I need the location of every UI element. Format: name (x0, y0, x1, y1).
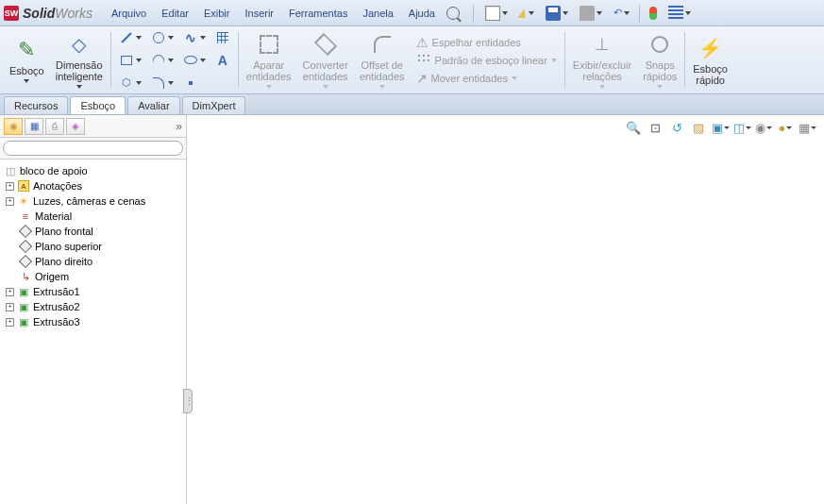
graphics-viewport[interactable]: 🔍 ⊡ ↺ ▨ ▣ ◫ ◉ ● ▦ (187, 115, 824, 504)
line-tool-button[interactable] (117, 28, 143, 47)
section-view-button[interactable]: ▨ (689, 119, 708, 136)
traffic-light-icon (649, 7, 657, 20)
splitter-handle[interactable] (183, 389, 193, 413)
relations-icon: ⊥ (595, 34, 610, 55)
tree-node[interactable]: Plano frontal (2, 224, 184, 239)
tree-node[interactable]: +▣Extrusão3 (2, 314, 184, 329)
circle-tool-button[interactable] (149, 28, 176, 47)
feature-tree-tab[interactable]: ◉ (4, 118, 23, 135)
move-label: Mover entidades (431, 73, 508, 84)
text-tool-button[interactable]: A (213, 51, 232, 70)
move-entities-button[interactable]: ↗Mover entidades (416, 71, 557, 86)
ribbon-relations-button[interactable]: ⊥ Exibir/excluir relações (567, 28, 637, 92)
view-toolbar: 🔍 ⊡ ↺ ▨ ▣ ◫ ◉ ● ▦ (624, 119, 816, 136)
tree-root[interactable]: ◫ bloco de apoio (2, 163, 184, 178)
expand-icon[interactable]: + (6, 303, 14, 311)
ellipse-tool-button[interactable] (181, 51, 208, 70)
mat-icon: ≡ (19, 210, 32, 223)
tree-node-label: Extrusão2 (33, 301, 80, 312)
spline-icon: ∿ (183, 30, 198, 45)
ribbon-snaps-button[interactable]: Snaps rápidos (637, 28, 682, 92)
separator (684, 32, 685, 88)
menu-exibir[interactable]: Exibir (196, 4, 238, 23)
tree-node[interactable]: +▣Extrusão2 (2, 299, 184, 314)
property-manager-tab[interactable]: ▦ (25, 118, 43, 135)
search-icon[interactable] (446, 7, 460, 20)
ribbon-quick-sketch-button[interactable]: ⚡ Esboço rápido (687, 28, 733, 92)
ribbon-offset-button[interactable]: Offset de entidades (354, 28, 411, 92)
offset-label: Offset de entidades (360, 59, 405, 82)
view-orientation-button[interactable]: ▣ (711, 119, 730, 136)
feat-icon: ▣ (17, 300, 30, 313)
dropdown-icon (200, 36, 206, 40)
display-style-button[interactable]: ◫ (732, 119, 751, 136)
tree-node[interactable]: ↳Origem (2, 269, 184, 284)
trim-icon (260, 35, 278, 54)
qat-new-button[interactable] (481, 4, 512, 23)
qat-rebuild-button[interactable] (646, 5, 661, 22)
separator (639, 5, 640, 22)
ribbon-trim-button[interactable]: Aparar entidades (241, 28, 297, 92)
dropdown-icon (657, 85, 663, 89)
filter-input[interactable] (3, 141, 183, 156)
menu-arquivo[interactable]: Arquivo (104, 4, 154, 23)
menu-ferramentas[interactable]: Ferramentas (281, 4, 355, 23)
dimxpert-tab[interactable]: ◈ (66, 118, 85, 135)
sketch-tools-group: ∿ A ⬡ (113, 28, 236, 92)
tree-node-label: Origem (35, 271, 69, 282)
tab-esboco[interactable]: Esboço (70, 96, 126, 114)
tree-node[interactable]: Plano direito (2, 254, 184, 269)
ribbon-convert-button[interactable]: Converter entidades (297, 28, 354, 92)
qat-open-button[interactable] (515, 7, 538, 20)
expand-icon[interactable]: + (6, 318, 14, 327)
qat-print-button[interactable] (576, 4, 606, 23)
menu-janela[interactable]: Janela (355, 4, 400, 23)
expand-icon[interactable]: + (6, 197, 14, 206)
mirror-entities-button[interactable]: ⚠Espelhar entidades (416, 35, 557, 50)
qat-save-button[interactable] (542, 4, 572, 23)
qat-undo-button[interactable]: ↶ (610, 5, 633, 21)
appearance-button[interactable]: ● (776, 119, 795, 136)
plane-icon (19, 255, 32, 268)
polygon-tool-button[interactable]: ⬡ (117, 74, 143, 92)
dropdown-icon (168, 36, 174, 40)
smart-dimension-label: Dimensão inteligente (56, 59, 103, 82)
expand-icon[interactable]: + (6, 288, 14, 296)
point-tool-button[interactable] (181, 74, 208, 92)
tree-node-label: Material (35, 210, 72, 222)
rectangle-tool-button[interactable] (117, 51, 143, 70)
arc-tool-button[interactable] (149, 51, 176, 70)
zoom-area-button[interactable]: ⊡ (646, 119, 664, 136)
scene-button[interactable]: ▦ (798, 119, 816, 136)
linear-pattern-button[interactable]: Padrão de esboço linear (416, 53, 557, 68)
fillet-tool-button[interactable] (149, 74, 176, 92)
previous-view-button[interactable]: ↺ (667, 119, 686, 136)
tree-node[interactable]: +AAnotações (2, 178, 184, 193)
filter-row: ▼ (0, 138, 186, 160)
feature-tree: ◫ bloco de apoio +AAnotações+☀Luzes, câm… (0, 160, 186, 504)
grid-icon (217, 32, 228, 43)
pattern-icon (416, 53, 431, 68)
hide-show-button[interactable]: ◉ (754, 119, 773, 136)
tree-node[interactable]: Plano superior (2, 239, 184, 254)
zoom-fit-button[interactable]: 🔍 (624, 119, 643, 136)
open-icon (518, 8, 529, 18)
menu-inserir[interactable]: Inserir (237, 4, 281, 23)
grid-tool-button[interactable] (213, 28, 232, 47)
menu-editar[interactable]: Editar (154, 4, 196, 23)
tab-recursos[interactable]: Recursos (4, 96, 68, 114)
rectangle-icon (121, 56, 132, 65)
tree-node[interactable]: +▣Extrusão1 (2, 284, 184, 299)
configuration-tab[interactable]: ⎙ (45, 118, 64, 135)
collapse-icon[interactable]: » (176, 120, 182, 133)
menu-ajuda[interactable]: Ajuda (401, 4, 443, 23)
tree-node[interactable]: ≡Material (2, 209, 184, 224)
ribbon-sketch-button[interactable]: ✎ Esboço (4, 28, 50, 92)
tab-dimxpert[interactable]: DimXpert (182, 96, 246, 114)
tree-node[interactable]: +☀Luzes, câmeras e cenas (2, 193, 184, 209)
qat-options-button[interactable] (664, 4, 695, 23)
expand-icon[interactable]: + (6, 182, 14, 191)
spline-tool-button[interactable]: ∿ (181, 28, 208, 47)
tab-avaliar[interactable]: Avaliar (127, 96, 179, 114)
ribbon-smart-dimension-button[interactable]: ◇ Dimensão inteligente (50, 28, 109, 92)
